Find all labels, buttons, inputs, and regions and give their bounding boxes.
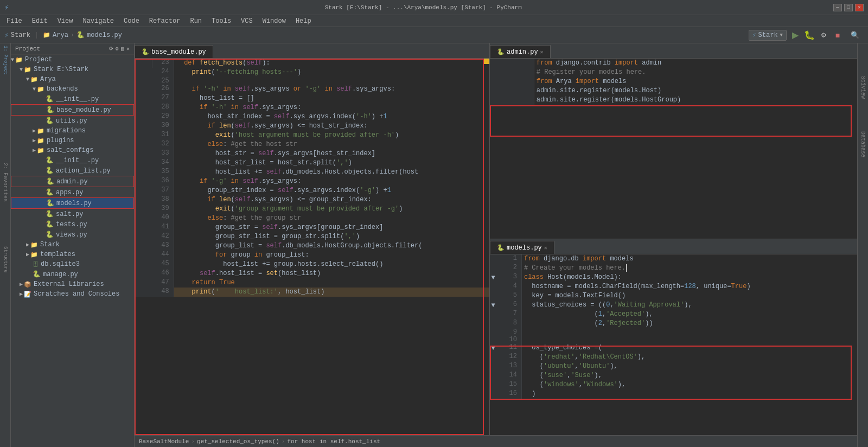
- close-button[interactable]: ✕: [855, 4, 864, 11]
- scratches-label: Scratches and Consoles: [34, 290, 119, 298]
- sidebar-item-plugins[interactable]: ▶ 📁 plugins: [11, 136, 134, 145]
- left-editor-pane: 🐍 base_module.py 23 def fetch_hos: [135, 43, 490, 435]
- line-num-m15: 15: [496, 380, 521, 389]
- sync-icon[interactable]: ⟳: [109, 46, 113, 52]
- right-top-code-area[interactable]: from django.contrib import admin # Regi: [490, 59, 857, 239]
- code-line-row: 46 self.host_list = set(host_list): [135, 269, 489, 278]
- gear-icon[interactable]: ⚙: [116, 46, 119, 52]
- tab-admin[interactable]: 🐍 admin.py ✕: [490, 45, 551, 58]
- tab-base-module[interactable]: 🐍 base_module.py: [135, 45, 213, 58]
- editor-panes: 🐍 base_module.py 23 def fetch_hos: [135, 43, 857, 435]
- right-editor-pane: 🐍 admin.py ✕ from django.contri: [490, 43, 857, 435]
- sidebar-item-manage[interactable]: 🐍 manage.py: [11, 269, 134, 279]
- sidebar-item-db-sqlite3[interactable]: 🗄 db.sqlite3: [11, 259, 134, 269]
- sidebar-item-templates[interactable]: ▶ 📁 templates: [11, 250, 134, 259]
- line-num-38: 38: [152, 195, 174, 205]
- fold-col: [490, 310, 496, 319]
- menu-view[interactable]: View: [53, 16, 78, 26]
- line-num-23: 23: [152, 59, 174, 68]
- python-icon: 🐍: [46, 210, 54, 218]
- code-content-32: else: #get the host str: [174, 140, 489, 149]
- python-icon: 🐍: [46, 231, 54, 239]
- menu-run[interactable]: Run: [186, 16, 206, 26]
- sidebar-item-external-libs[interactable]: ▶ 📦 External Libraries: [11, 279, 134, 289]
- sidebar-item-salt[interactable]: 🐍 salt.py: [11, 209, 134, 219]
- line-num-m8: 8: [496, 319, 521, 328]
- sidebar-item-models[interactable]: 🐍 models.py: [11, 197, 134, 209]
- sidebar-item-stark-root[interactable]: ▼ 📁 Stark E:\Stark: [11, 65, 134, 74]
- menu-file[interactable]: File: [2, 16, 27, 26]
- menu-refactor[interactable]: Refactor: [145, 16, 185, 26]
- sidebar-item-stark[interactable]: ▶ 📁 Stark: [11, 240, 134, 250]
- line-num-m13: 13: [496, 362, 521, 371]
- sidebar-item-init-arya[interactable]: 🐍 __init__.py: [11, 155, 134, 165]
- project-panel-label[interactable]: 1: Project: [3, 46, 8, 75]
- minimize-button[interactable]: —: [833, 4, 842, 11]
- left-code-area[interactable]: 23 def fetch_hosts(self): 24 print('--fe…: [135, 59, 489, 435]
- sidebar-item-init-backends[interactable]: 🐍 __init__.py: [11, 94, 134, 104]
- right-bottom-tab-bar: 🐍 models.py ✕: [490, 239, 857, 254]
- fold-col: [490, 353, 496, 362]
- menu-vcs[interactable]: VCS: [237, 16, 257, 26]
- sidebar-item-migrations[interactable]: ▶ 📁 migrations: [11, 126, 134, 136]
- fold-col: [135, 205, 152, 214]
- tab-close-admin[interactable]: ✕: [540, 49, 544, 55]
- run-config[interactable]: ⚡ Stark ▼: [749, 30, 787, 41]
- menu-help[interactable]: Help: [291, 16, 316, 26]
- python-icon: 🐍: [46, 167, 54, 175]
- sidebar-item-salt-configs[interactable]: ▶ 📁 salt_configs: [11, 145, 134, 155]
- database-label[interactable]: Database: [860, 131, 866, 157]
- line-num-a3: [496, 68, 534, 77]
- maximize-button[interactable]: □: [844, 4, 853, 11]
- sidebar-item-utils[interactable]: 🐍 utils.py: [11, 116, 134, 126]
- sidebar-item-apps[interactable]: 🐍 apps.py: [11, 187, 134, 197]
- db-icon: 🗄: [33, 261, 39, 268]
- menu-tools[interactable]: Tools: [207, 16, 235, 26]
- arya-folder-label: Arya: [40, 75, 56, 83]
- close-sidebar-icon[interactable]: ✕: [126, 46, 130, 52]
- line-num-40: 40: [152, 214, 174, 223]
- tab-models[interactable]: 🐍 models.py ✕: [490, 241, 554, 254]
- expand-icon[interactable]: ▤: [121, 46, 124, 52]
- sidebar-item-base-module[interactable]: 🐍 base_module.py: [11, 104, 134, 116]
- favorites-panel-label[interactable]: 2: Favorites: [2, 163, 8, 202]
- fold-col: [135, 288, 152, 297]
- search-everywhere-button[interactable]: 🔍: [846, 30, 864, 40]
- run-button[interactable]: ▶: [790, 30, 801, 41]
- line-num-29: 29: [152, 112, 174, 122]
- structure-panel-label[interactable]: Structure: [3, 246, 8, 273]
- red-outline-admin: [490, 105, 852, 137]
- folder-icon: 📁: [37, 86, 44, 93]
- sidebar-item-scratches[interactable]: ▶ 📝 Scratches and Consoles: [11, 289, 134, 299]
- base-module-label: base_module.py: [56, 106, 111, 114]
- debug-button[interactable]: 🐛: [804, 30, 815, 41]
- sidebar-item-tests[interactable]: 🐍 tests.py: [11, 219, 134, 229]
- line-num-24: 24: [152, 68, 174, 77]
- sidebar-item-backends[interactable]: ▼ 📁 backends: [11, 84, 134, 94]
- sidebar-item-action-list[interactable]: 🐍 action_list.py: [11, 165, 134, 176]
- views-label: views.py: [56, 231, 87, 239]
- stop-button[interactable]: ■: [832, 30, 843, 41]
- menu-edit[interactable]: Edit: [28, 16, 52, 26]
- code-line-row: 37 group_str_index = self.sys_argvs.inde…: [135, 186, 489, 195]
- sidebar-item-arya[interactable]: ▼ 📁 Arya: [11, 74, 134, 84]
- code-content-38: if len(self.sys_argvs) <= group_str_inde…: [174, 195, 489, 205]
- right-bottom-code-area[interactable]: 1 from django.db import models 2 # Creat…: [490, 254, 857, 435]
- menu-window[interactable]: Window: [258, 16, 290, 26]
- fold-col: [135, 177, 152, 186]
- line-num-m6: 6: [496, 301, 521, 310]
- build-button[interactable]: ⚙: [818, 30, 829, 41]
- fold-col: [135, 140, 152, 149]
- breadcrumb-part-2[interactable]: get_selected_os_types(): [197, 438, 279, 445]
- sciview-label[interactable]: SciView: [860, 76, 866, 99]
- breadcrumb-part-3[interactable]: for host in self.host_list: [287, 438, 380, 445]
- sidebar-item-project[interactable]: ▼ 📁 Project: [11, 55, 134, 65]
- fold-col: [135, 68, 152, 77]
- sidebar-item-admin[interactable]: 🐍 admin.py: [11, 176, 134, 187]
- menu-code[interactable]: Code: [119, 16, 144, 26]
- code-models-16: ): [521, 389, 857, 399]
- sidebar-item-views[interactable]: 🐍 views.py: [11, 229, 134, 240]
- menu-navigate[interactable]: Navigate: [78, 16, 118, 26]
- breadcrumb-part-1[interactable]: BaseSaltModule: [139, 438, 189, 445]
- tab-close-models[interactable]: ✕: [544, 245, 547, 251]
